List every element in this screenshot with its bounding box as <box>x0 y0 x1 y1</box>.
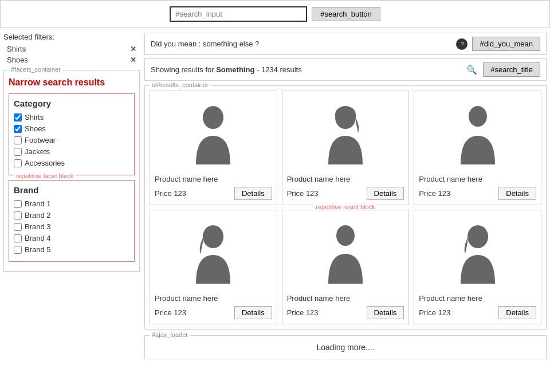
facet-item-brand5: Brand 5 <box>14 245 129 254</box>
facet-checkbox-accessories[interactable] <box>14 159 22 167</box>
facet-item-accessories: Accessories <box>14 159 129 167</box>
product-card-3: Product name here Price 123 Details <box>414 91 541 205</box>
help-icon[interactable]: ? <box>456 38 467 50</box>
filter-remove-shoes[interactable]: ✕ <box>130 56 136 64</box>
product-price-1: Price 123 <box>155 189 186 198</box>
facet-item-brand2: Brand 2 <box>14 211 129 219</box>
facet-checkbox-brand3[interactable] <box>14 223 22 231</box>
product-card-6: Product name here Price 123 Details <box>414 210 541 324</box>
search-input[interactable] <box>170 6 307 22</box>
sidebar: Selected filters: Shirts ✕ Shoes ✕ #face… <box>3 33 140 359</box>
facet-item-brand4: Brand 4 <box>14 234 129 242</box>
loading-text: Loading more.... <box>316 343 374 352</box>
details-button-4[interactable]: Details <box>234 306 272 319</box>
product-image-5 <box>287 215 404 289</box>
facet-label-shirts: Shirts <box>25 113 44 121</box>
results-bar: Showing results for Something - 1234 res… <box>144 58 547 81</box>
product-name-1: Product name here <box>155 175 272 183</box>
product-name-3: Product name here <box>419 175 536 183</box>
results-grid: Product name here Price 123 Details <box>150 91 541 324</box>
facet-item-brand1: Brand 1 <box>14 199 129 208</box>
svg-point-0 <box>203 106 223 129</box>
product-name-4: Product name here <box>155 294 272 303</box>
filter-tag-shirts: Shirts ✕ <box>3 44 140 54</box>
product-price-5: Price 123 <box>287 308 319 317</box>
facet-item-jackets: Jackets <box>14 147 129 156</box>
details-button-1[interactable]: Details <box>234 187 272 200</box>
search-icon[interactable]: 🔍 <box>465 63 478 77</box>
facet-label-brand4: Brand 4 <box>25 234 51 242</box>
facet-label-accessories: Accessories <box>25 159 65 167</box>
search-title-button[interactable]: #search_title <box>483 62 540 77</box>
product-image-4 <box>155 215 272 289</box>
facet-label-jackets: Jackets <box>25 147 50 156</box>
facet-checkbox-brand5[interactable] <box>14 246 22 254</box>
product-footer-6: Price 123 Details <box>419 306 536 319</box>
facet-brand-title: Brand <box>14 185 129 195</box>
svg-point-2 <box>469 106 487 127</box>
facets-container: #facets_container Narrow search results … <box>3 70 140 272</box>
facet-label-brand5: Brand 5 <box>25 245 51 254</box>
results-container-label: ul#results_container <box>150 81 210 88</box>
product-price-4: Price 123 <box>155 308 186 317</box>
product-image-3 <box>419 96 536 170</box>
facet-label-brand3: Brand 3 <box>25 222 51 231</box>
filter-tag-label: Shoes <box>7 56 28 64</box>
did-you-mean-button[interactable]: #did_you_mean <box>472 37 540 51</box>
product-footer-1: Price 123 Details <box>155 187 272 200</box>
facet-label-footwear: Footwear <box>25 136 56 144</box>
product-card-5: Product name here Price 123 Details <box>282 210 410 324</box>
facet-label-shoes: Shoes <box>25 124 46 133</box>
narrow-search-title: Narrow search results <box>9 77 135 88</box>
details-button-5[interactable]: Details <box>367 306 404 319</box>
facet-checkbox-brand1[interactable] <box>14 200 22 208</box>
facet-checkbox-jackets[interactable] <box>14 148 22 156</box>
details-button-3[interactable]: Details <box>498 187 536 200</box>
did-you-mean-bar: Did you mean : something else ? ? #did_y… <box>144 33 547 55</box>
filter-tag-shoes: Shoes ✕ <box>3 54 140 65</box>
did-you-mean-text: Did you mean : something else ? <box>151 40 456 48</box>
details-button-6[interactable]: Details <box>498 306 536 319</box>
results-container: ul#results_container Product name here P… <box>144 85 547 330</box>
filter-remove-shirts[interactable]: ✕ <box>130 45 136 53</box>
facet-checkbox-brand4[interactable] <box>14 234 22 242</box>
facet-checkbox-footwear[interactable] <box>14 136 22 144</box>
facet-item-shirts: Shirts <box>14 113 129 121</box>
main-layout: Selected filters: Shirts ✕ Shoes ✕ #face… <box>0 33 550 359</box>
product-image-2 <box>287 96 404 170</box>
product-footer-3: Price 123 Details <box>419 187 536 200</box>
top-search-bar: #search_button <box>0 0 550 28</box>
facet-checkbox-shoes[interactable] <box>14 125 22 133</box>
product-price-6: Price 123 <box>419 308 450 317</box>
product-name-6: Product name here <box>419 294 536 303</box>
product-name-5: Product name here <box>287 294 404 303</box>
filter-tag-label: Shirts <box>7 45 26 53</box>
product-card-2: Product name here Price 123 Details repe… <box>282 91 410 205</box>
product-footer-2: Price 123 Details <box>287 187 404 200</box>
facet-item-brand3: Brand 3 <box>14 222 129 231</box>
ajax-loader: #ajax_loader Loading more.... <box>144 335 547 359</box>
selected-filters: Selected filters: Shirts ✕ Shoes ✕ <box>3 33 140 65</box>
facet-label-brand2: Brand 2 <box>25 211 51 219</box>
details-button-2[interactable]: Details <box>367 187 404 200</box>
facet-block-brand: Brand Brand 1 Brand 2 Brand 3 Brand 4 <box>9 180 135 262</box>
results-text: Showing results for Something - 1234 res… <box>151 65 465 74</box>
product-price-2: Price 123 <box>287 189 319 198</box>
facets-container-label: #facets_container <box>9 66 63 73</box>
repetitive-facet-label: repetitive facet block <box>14 173 76 179</box>
selected-filters-title: Selected filters: <box>3 33 140 41</box>
product-price-3: Price 123 <box>419 189 450 198</box>
product-image-1 <box>155 96 272 170</box>
ajax-loader-label: #ajax_loader <box>150 331 190 338</box>
search-button[interactable]: #search_button <box>312 7 380 21</box>
content-area: Did you mean : something else ? ? #did_y… <box>144 33 547 359</box>
facet-checkbox-brand2[interactable] <box>14 211 22 219</box>
facet-item-footwear: Footwear <box>14 136 129 144</box>
facet-label-brand1: Brand 1 <box>25 199 51 208</box>
product-card-4: Product name here Price 123 Details <box>150 210 277 324</box>
product-footer-5: Price 123 Details <box>287 306 404 319</box>
facet-checkbox-shirts[interactable] <box>14 113 22 121</box>
product-image-6 <box>419 215 536 289</box>
facet-item-shoes: Shoes <box>14 124 129 133</box>
facet-category-title: Category <box>14 99 129 108</box>
